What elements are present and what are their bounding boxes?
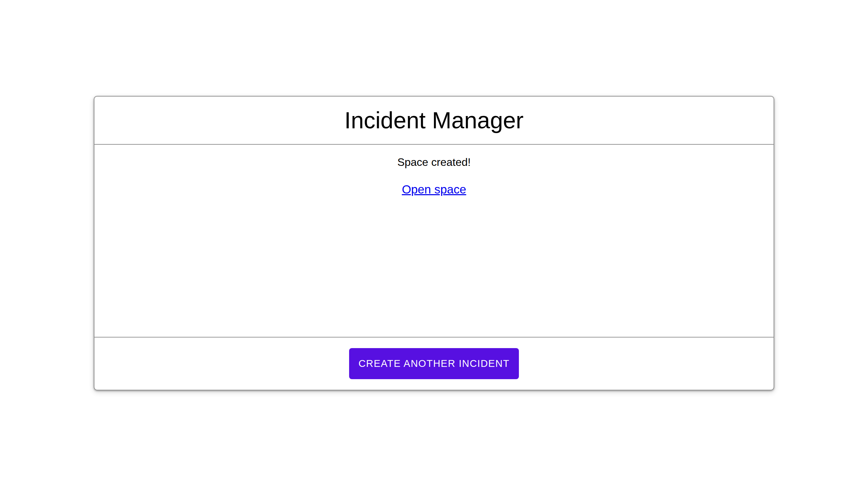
card-footer: CREATE ANOTHER INCIDENT (94, 338, 774, 390)
open-space-link-row: Open space (94, 182, 774, 196)
status-message: Space created! (94, 156, 774, 169)
incident-manager-card: Incident Manager Space created! Open spa… (94, 96, 774, 390)
page: Incident Manager Space created! Open spa… (0, 96, 868, 487)
create-another-incident-button[interactable]: CREATE ANOTHER INCIDENT (349, 348, 519, 379)
card-header: Incident Manager (94, 97, 774, 145)
page-title: Incident Manager (344, 108, 523, 133)
card-body: Space created! Open space (94, 145, 774, 338)
open-space-link[interactable]: Open space (402, 183, 466, 196)
